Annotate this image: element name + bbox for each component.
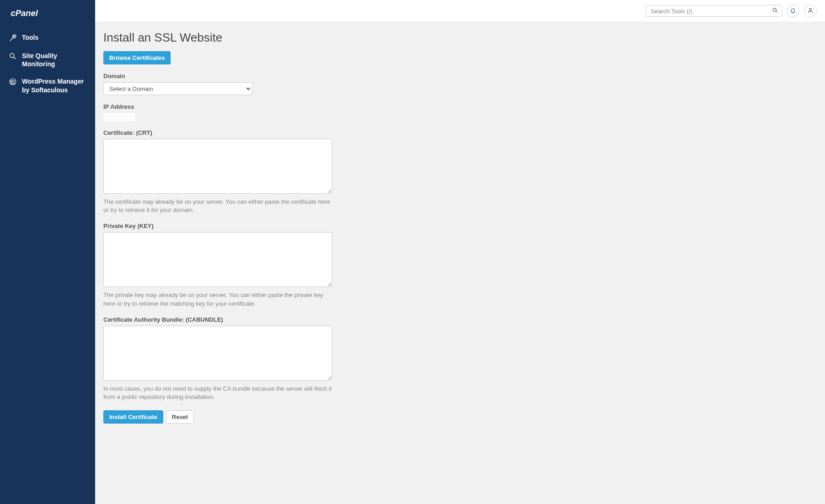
crt-label: Certificate: (CRT) — [103, 129, 817, 136]
topbar — [95, 0, 825, 22]
user-menu-button[interactable] — [804, 5, 817, 17]
sidebar-item-wordpress[interactable]: WordPress Manager by Softaculous — [0, 73, 95, 98]
svg-point-1 — [10, 53, 14, 58]
wrench-icon — [8, 33, 17, 42]
reset-button[interactable]: Reset — [166, 410, 194, 424]
key-label: Private Key (KEY) — [103, 223, 817, 229]
svg-point-4 — [809, 8, 812, 11]
brand-logo: cPanel — [0, 8, 95, 29]
sidebar-item-site-quality[interactable]: Site Quality Monitoring — [0, 47, 95, 73]
magnifier-icon — [8, 52, 17, 61]
sidebar-item-label: WordPress Manager by Softaculous — [22, 77, 87, 94]
sidebar: cPanel Tools Site Quality Monitoring — [0, 0, 95, 504]
cabundle-textarea[interactable] — [103, 326, 332, 381]
sidebar-item-label: Tools — [22, 33, 87, 42]
browse-certificates-button[interactable]: Browse Certificates — [103, 51, 171, 64]
user-icon — [807, 7, 814, 15]
page-title: Install an SSL Website — [103, 31, 817, 45]
search-wrap — [646, 5, 782, 17]
svg-point-3 — [773, 8, 776, 11]
key-help: The private key may already be on your s… — [103, 291, 332, 308]
key-textarea[interactable] — [103, 232, 332, 287]
sidebar-item-label: Site Quality Monitoring — [22, 52, 87, 68]
domain-label: Domain — [103, 73, 817, 80]
search-input[interactable] — [646, 5, 782, 17]
svg-text:cPanel: cPanel — [11, 8, 38, 18]
cabundle-help: In most cases, you do not need to supply… — [103, 385, 332, 401]
wordpress-icon — [8, 77, 17, 86]
content-area: Install an SSL Website Browse Certificat… — [95, 22, 825, 432]
domain-select[interactable]: Select a Domain — [103, 82, 252, 95]
bell-icon — [790, 7, 796, 15]
sidebar-item-tools[interactable]: Tools — [0, 29, 95, 47]
ip-label: IP Address — [103, 103, 817, 110]
install-certificate-button[interactable]: Install Certificate — [103, 410, 163, 424]
cabundle-label: Certificate Authority Bundle: (CABUNDLE) — [103, 316, 817, 323]
crt-textarea[interactable] — [103, 139, 332, 194]
crt-help: The certificate may already be on your s… — [103, 198, 332, 214]
search-icon — [772, 7, 778, 15]
notifications-button[interactable] — [787, 5, 799, 17]
ip-value — [103, 113, 135, 121]
